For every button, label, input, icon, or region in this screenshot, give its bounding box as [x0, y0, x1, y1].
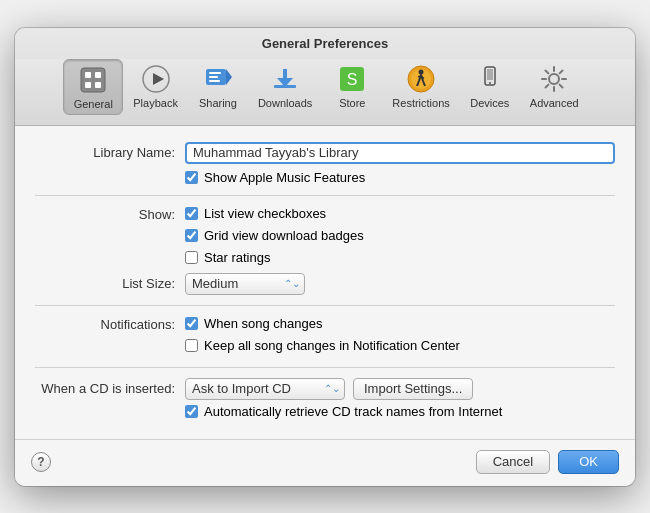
star-ratings-label: Star ratings: [204, 250, 270, 265]
library-name-label: Library Name:: [35, 145, 175, 160]
svg-marker-6: [153, 73, 164, 85]
downloads-icon: [269, 63, 301, 95]
toolbar-label-restrictions: Restrictions: [392, 97, 449, 109]
window-title: General Preferences: [15, 36, 635, 51]
auto-retrieve-checkbox[interactable]: [185, 405, 198, 418]
preferences-content: Library Name: Show Apple Music Features …: [15, 126, 635, 439]
toolbar-label-playback: Playback: [133, 97, 178, 109]
restrictions-icon: [405, 63, 437, 95]
cd-action-select[interactable]: Ask to Import CD Import CD Import CD and…: [185, 378, 345, 400]
svg-rect-11: [209, 80, 220, 82]
toolbar-label-store: Store: [339, 97, 365, 109]
notifications-label: Notifications:: [35, 316, 175, 332]
show-label: Show:: [35, 206, 175, 222]
cancel-button[interactable]: Cancel: [476, 450, 550, 474]
library-name-row: Library Name:: [35, 142, 615, 164]
toolbar: General Playback: [15, 59, 635, 121]
svg-rect-26: [487, 69, 493, 80]
bottom-buttons: Cancel OK: [476, 450, 619, 474]
help-button[interactable]: ?: [31, 452, 51, 472]
show-options: List view checkboxes Grid view download …: [185, 206, 364, 269]
general-icon: [77, 64, 109, 96]
toolbar-item-restrictions[interactable]: Restrictions: [384, 59, 457, 115]
store-icon: S: [336, 63, 368, 95]
toolbar-label-downloads: Downloads: [258, 97, 312, 109]
advanced-icon: [538, 63, 570, 95]
svg-point-28: [549, 74, 559, 84]
list-size-label: List Size:: [35, 276, 175, 291]
list-size-row: List Size: Small Medium Large: [35, 273, 615, 295]
svg-rect-1: [85, 72, 91, 78]
svg-point-27: [489, 82, 491, 84]
cd-inserted-label: When a CD is inserted:: [35, 381, 175, 396]
song-changes-checkbox[interactable]: [185, 317, 198, 330]
preferences-window: General Preferences General: [15, 28, 635, 486]
ok-button[interactable]: OK: [558, 450, 619, 474]
divider-1: [35, 195, 615, 196]
list-size-select-wrapper: Small Medium Large: [185, 273, 305, 295]
toolbar-label-advanced: Advanced: [530, 97, 579, 109]
notification-options: When song changes Keep all song changes …: [185, 316, 460, 357]
keep-changes-row: Keep all song changes in Notification Ce…: [185, 338, 460, 353]
list-view-checkbox[interactable]: [185, 207, 198, 220]
star-ratings-row: Star ratings: [185, 250, 364, 265]
show-section: Show: List view checkboxes Grid view dow…: [35, 206, 615, 269]
cd-controls: Ask to Import CD Import CD Import CD and…: [185, 378, 473, 400]
apple-music-checkbox[interactable]: [185, 171, 198, 184]
star-ratings-checkbox[interactable]: [185, 251, 198, 264]
svg-marker-8: [226, 69, 232, 85]
toolbar-item-store[interactable]: S Store: [322, 59, 382, 115]
keep-changes-checkbox[interactable]: [185, 339, 198, 352]
toolbar-label-devices: Devices: [470, 97, 509, 109]
svg-rect-0: [81, 68, 105, 92]
cd-section: When a CD is inserted: Ask to Import CD …: [35, 378, 615, 400]
bottom-bar: ? Cancel OK: [15, 439, 635, 486]
grid-view-checkbox[interactable]: [185, 229, 198, 242]
svg-rect-4: [95, 82, 101, 88]
auto-retrieve-row: Automatically retrieve CD track names fr…: [185, 404, 615, 419]
title-bar: General Preferences General: [15, 28, 635, 126]
svg-point-19: [419, 69, 424, 74]
toolbar-item-sharing[interactable]: Sharing: [188, 59, 248, 115]
list-view-label: List view checkboxes: [204, 206, 326, 221]
apple-music-label: Show Apple Music Features: [204, 170, 365, 185]
svg-text:S: S: [347, 71, 358, 88]
toolbar-item-playback[interactable]: Playback: [125, 59, 186, 115]
svg-rect-10: [209, 76, 218, 78]
toolbar-item-devices[interactable]: Devices: [460, 59, 520, 115]
svg-rect-9: [209, 72, 221, 74]
library-name-input[interactable]: [185, 142, 615, 164]
grid-view-row: Grid view download badges: [185, 228, 364, 243]
keep-changes-label: Keep all song changes in Notification Ce…: [204, 338, 460, 353]
auto-retrieve-label: Automatically retrieve CD track names fr…: [204, 404, 502, 419]
song-changes-row: When song changes: [185, 316, 460, 331]
list-view-row: List view checkboxes: [185, 206, 364, 221]
divider-2: [35, 305, 615, 306]
notifications-section: Notifications: When song changes Keep al…: [35, 316, 615, 357]
sharing-icon: [202, 63, 234, 95]
playback-icon: [140, 63, 172, 95]
divider-3: [35, 367, 615, 368]
auto-retrieve-checkbox-row: Automatically retrieve CD track names fr…: [185, 404, 615, 419]
toolbar-item-advanced[interactable]: Advanced: [522, 59, 587, 115]
apple-music-row: Show Apple Music Features: [185, 170, 615, 185]
import-settings-button[interactable]: Import Settings...: [353, 378, 473, 400]
list-size-select[interactable]: Small Medium Large: [185, 273, 305, 295]
toolbar-item-general[interactable]: General: [63, 59, 123, 115]
grid-view-label: Grid view download badges: [204, 228, 364, 243]
apple-music-checkbox-row: Show Apple Music Features: [185, 170, 615, 185]
toolbar-label-general: General: [74, 98, 113, 110]
song-changes-label: When song changes: [204, 316, 323, 331]
toolbar-item-downloads[interactable]: Downloads: [250, 59, 320, 115]
devices-icon: [474, 63, 506, 95]
svg-rect-3: [85, 82, 91, 88]
toolbar-label-sharing: Sharing: [199, 97, 237, 109]
svg-rect-2: [95, 72, 101, 78]
cd-action-wrapper: Ask to Import CD Import CD Import CD and…: [185, 378, 345, 400]
